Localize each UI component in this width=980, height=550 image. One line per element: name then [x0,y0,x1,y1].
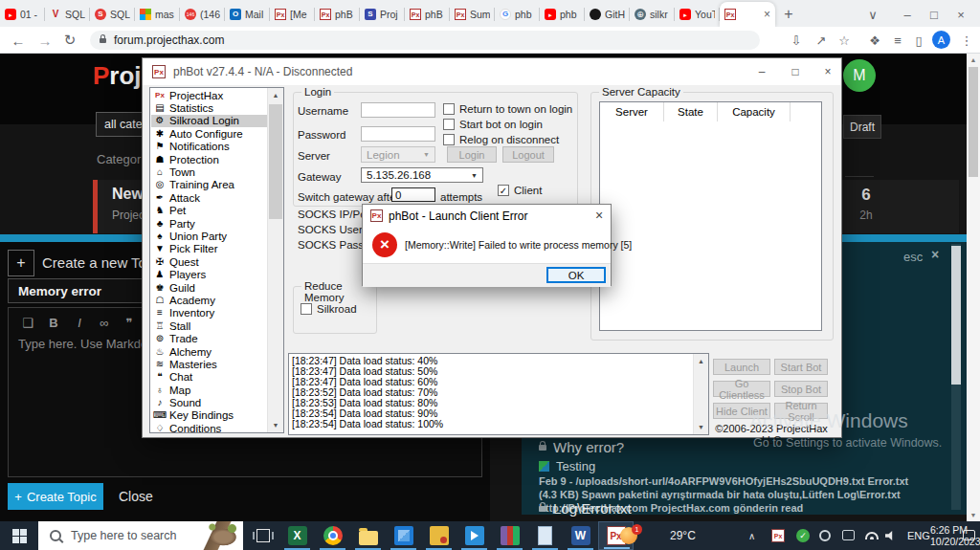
speech-icon[interactable]: ❑ [18,316,37,330]
browser-tab[interactable]: GitH [585,2,630,27]
server-dropdown[interactable]: Legion▼ [361,146,435,163]
scroll-down-icon[interactable]: ▼ [268,418,283,432]
side-panel-icon[interactable]: ▯ [909,32,928,49]
browser-tab[interactable]: G phb [495,2,540,27]
scroll-up-icon[interactable]: ▲ [967,54,980,66]
sidebar-item[interactable]: ✠ Quest [151,255,268,268]
quote-icon[interactable]: ❞ [120,316,139,330]
taskbar-app[interactable] [492,521,527,550]
create-topic-button[interactable]: +Create Topic [8,483,103,510]
window-minimize-button[interactable]: – [894,2,921,27]
silkroad-checkbox[interactable]: ✓ Silkroad [301,301,357,317]
page-scrollbar[interactable]: ▲ ▼ [967,54,980,521]
taskbar-search-box[interactable]: Type here to search [38,521,243,550]
sidebar-scrollbar[interactable]: ▲ ▼ [267,88,283,432]
browser-tab[interactable]: ⊕ silkr [630,2,675,27]
login-option-checkbox[interactable]: ✓ Start bot on login [443,117,572,132]
login-button[interactable]: Login [447,146,497,163]
login-option-checkbox[interactable]: ✓ Return to town on login [443,101,572,117]
page-scrollbar-thumb[interactable] [969,67,978,177]
panel-scrollbar-thumb[interactable] [951,246,961,385]
sidebar-item[interactable]: ♁ Map [151,384,268,396]
panel-scrollbar[interactable] [951,244,961,510]
scroll-down-icon[interactable]: ▼ [967,509,980,521]
browser-tab[interactable]: O Mail [225,2,270,27]
table-column-header[interactable]: State [664,102,718,121]
browser-tab[interactable]: Px Sum [450,2,495,27]
temperature-text[interactable]: 29°C [670,521,696,550]
log-output[interactable]: [18:23:47] Data load status: 40%[18:23:4… [288,353,709,435]
sidebar-item[interactable]: ⚑ Notifications [151,141,268,153]
speaker-icon[interactable] [885,530,897,541]
server-capacity-table[interactable]: ServerStateCapacity [599,101,822,331]
taskbar-app[interactable]: X [279,521,315,550]
sidebar-item[interactable]: ▼ Pick Filter [151,243,268,255]
tab-search-chevron-icon[interactable]: ∨ [859,2,886,27]
sidebar-item[interactable]: ♟ Players [151,268,268,280]
ok-button[interactable]: OK [546,267,606,283]
sidebar-item[interactable]: ▤ Statistics [151,101,268,114]
sidebar-item[interactable]: ♨ Alchemy [151,345,268,358]
sidebar-item[interactable]: ♞ Pet [151,205,268,217]
sidebar-scrollbar-thumb[interactable] [269,104,282,219]
browser-tab[interactable]: ▸ phb [540,2,585,27]
bookmark-star-icon[interactable]: ☆ [835,32,854,49]
sidebar-item[interactable]: ⚙ Silkroad Login [151,115,268,127]
extensions-icon[interactable]: ❖ [865,32,884,49]
taskbar-app[interactable] [527,521,563,550]
phbot-maximize-button[interactable]: □ [786,64,805,79]
sidebar-item[interactable]: ♖ Stall [151,319,268,332]
sidebar-item[interactable]: ♠ Union Party [151,230,268,242]
taskbar-app[interactable]: W [563,521,598,550]
browser-tab[interactable]: Px [Me [270,2,315,27]
sidebar-item[interactable]: Px ProjectHax [151,89,268,101]
table-column-header[interactable]: Capacity [718,102,791,121]
back-icon[interactable]: ← [8,30,29,51]
window-close-button[interactable]: × [947,2,974,27]
meet-now-icon[interactable] [819,530,831,541]
window-maximize-button[interactable]: □ [921,2,947,27]
sidebar-item[interactable]: ❝ Chat [151,371,268,384]
browser-tab[interactable]: 146 (146 [180,2,225,27]
sidebar-item[interactable]: ⌨ Key Bindings [151,409,268,422]
panel-close-icon[interactable]: × [931,247,939,262]
log-scrollbar[interactable]: ▲ ▼ [693,354,708,434]
client-checkbox[interactable]: ✓ Client [498,183,542,198]
scroll-up-icon[interactable]: ▲ [268,88,283,102]
password-input[interactable] [361,126,435,142]
taskbar-app[interactable] [457,521,492,550]
draft-badge[interactable]: Draft [843,115,881,139]
browser-tab[interactable]: ▸ YouT [675,2,720,27]
share-icon[interactable]: ↗ [812,32,831,49]
browser-tab[interactable]: mas [135,2,180,27]
phbot-action-button[interactable]: Launch [713,359,770,375]
start-button[interactable] [0,521,38,550]
sidebar-item[interactable]: ♪ Sound [151,396,268,408]
switch-gateway-input[interactable]: 0 [391,187,435,202]
browser-tab[interactable]: Px phB [315,2,360,27]
phbot-close-button[interactable]: × [818,64,837,79]
sidebar-item[interactable]: ♢ Conditions [151,422,268,433]
phbot-action-button[interactable]: Go Clientless [713,381,770,397]
browser-tab[interactable]: S Proj [360,2,405,27]
phbot-title-bar[interactable]: Px phBot v27.4.4 - N/A - Disconnected – … [143,58,841,85]
logout-button[interactable]: Logout [502,146,554,163]
phbot-action-button[interactable]: Stop Bot [774,381,828,397]
phbot-action-button[interactable]: Start Bot [774,359,828,375]
sidebar-item[interactable]: ⊚ Trade [151,332,268,344]
link-icon[interactable]: ∞ [95,316,114,330]
forum-user-avatar[interactable]: M [843,59,876,92]
bold-icon[interactable]: B [44,316,63,330]
browser-profile-avatar[interactable]: A [932,31,950,49]
device-tray-icon[interactable] [842,530,855,540]
sidebar-item[interactable]: ☖ Academy [151,294,268,306]
sidebar-item[interactable]: ◎ Training Area [151,179,268,191]
url-field[interactable]: forum.projecthax.com [90,31,760,50]
phbot-tray-icon[interactable]: Px [771,529,785,542]
reload-icon[interactable]: ↻ [59,30,80,51]
taskbar-app[interactable] [386,521,421,550]
browser-tab[interactable]: Px phB [405,2,450,27]
sidebar-item[interactable]: ≋ Masteries [151,358,268,370]
new-tab-button[interactable]: + [775,2,802,27]
action-center-icon[interactable] [963,530,975,540]
